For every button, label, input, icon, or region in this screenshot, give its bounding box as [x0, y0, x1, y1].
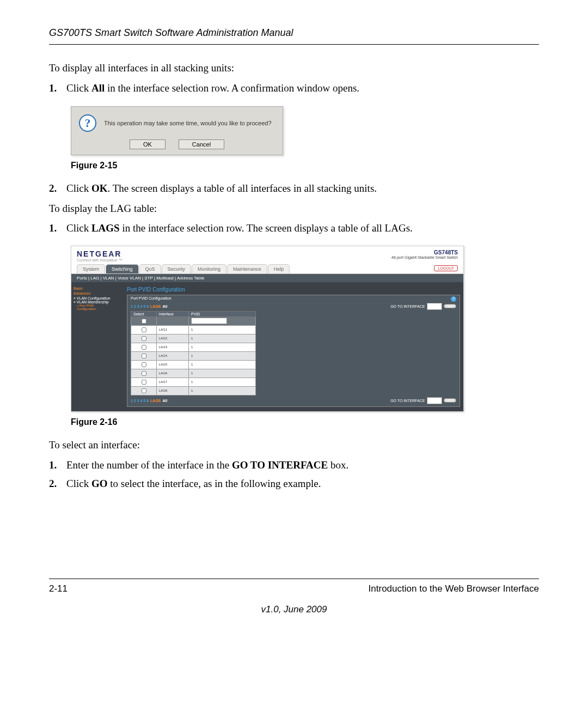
row-checkbox[interactable] — [142, 327, 146, 332]
step-text: Click OK. The screen displays a table of… — [66, 181, 539, 196]
table-row: LAG61 — [131, 369, 256, 378]
step-text: Click All in the interface selection row… — [66, 81, 539, 96]
table-row: LAG31 — [131, 343, 256, 351]
intro-p2: To display the LAG table: — [49, 202, 539, 216]
cancel-button[interactable]: Cancel — [179, 139, 224, 149]
logout-button[interactable]: LOGOUT — [434, 265, 458, 271]
sidebar-vlan-membership[interactable]: » VLAN Membership — [74, 300, 121, 304]
tab-monitoring[interactable]: Monitoring — [192, 264, 226, 273]
row-checkbox[interactable] — [142, 345, 146, 350]
step-num: 1. — [49, 458, 66, 473]
netgear-logo: NETGEAR — [77, 249, 122, 258]
goto-label-bottom: GO TO INTERFACE — [390, 399, 425, 403]
confirmation-dialog: ? This operation may take some time, wou… — [71, 106, 539, 155]
figure-caption-15: Figure 2-15 — [71, 161, 539, 171]
row-checkbox[interactable] — [142, 354, 146, 358]
step-text: Click LAGS in the interface selection ro… — [66, 221, 539, 236]
step-num: 1. — [49, 221, 66, 236]
tab-security[interactable]: Security — [162, 264, 192, 273]
row-checkbox[interactable] — [142, 380, 146, 385]
doc-header: GS700TS Smart Switch Software Administra… — [49, 27, 539, 45]
tab-maintenance[interactable]: Maintenance — [227, 264, 267, 273]
section-title: Introduction to the Web Browser Interfac… — [369, 583, 539, 594]
pvid-input-all[interactable] — [191, 318, 227, 324]
table-row: LAG21 — [131, 334, 256, 343]
step-num: 2. — [49, 181, 66, 196]
dialog-message: This operation may take some time, would… — [104, 120, 275, 126]
tab-qos[interactable]: QoS — [139, 264, 161, 273]
tab-system[interactable]: System — [77, 264, 105, 273]
row-checkbox[interactable] — [142, 362, 146, 367]
goto-label: GO TO INTERFACE — [390, 305, 425, 308]
sidebar-port-pvid[interactable]: » Port PVIDConfiguration — [77, 304, 121, 311]
panel-title: Port PVID Configuration — [131, 296, 171, 302]
logo-tagline: Connect with Innovation ™ — [77, 258, 122, 262]
sidebar-vlan-configuration[interactable]: » VLAN Configuration — [74, 296, 121, 300]
step-text: Click GO to select the interface, as in … — [66, 477, 539, 491]
unit-selector-bottom[interactable]: 1 2 3 4 5 6 LAGS All — [131, 399, 168, 403]
sidebar-basic[interactable]: Basic — [74, 287, 121, 290]
tab-switching[interactable]: Switching — [106, 264, 139, 273]
intro-p1: To display all interfaces in all stackin… — [49, 61, 539, 76]
ok-button[interactable]: OK — [130, 139, 166, 149]
sidebar: Basic Advanced » VLAN Configuration » VL… — [71, 282, 124, 411]
figure-caption-16: Figure 2-16 — [71, 417, 539, 427]
col-interface: Interface — [156, 311, 188, 317]
netgear-screenshot: NETGEAR Connect with Innovation ™ GS748T… — [71, 246, 464, 412]
lag-table: Select Interface PVID LAG11 LAG21 LAG31 — [131, 311, 256, 395]
tab-help[interactable]: Help — [268, 264, 290, 273]
table-row: LAG81 — [131, 386, 256, 395]
table-row: LAG41 — [131, 351, 256, 360]
doc-version: v1.0, June 2009 — [49, 604, 539, 615]
table-row: LAG71 — [131, 378, 256, 386]
go-button-bottom[interactable]: GO — [444, 398, 456, 403]
unit-selector[interactable]: 1 2 3 4 5 6 LAGS All — [131, 305, 168, 308]
question-icon: ? — [79, 114, 96, 132]
goto-interface-input[interactable] — [427, 303, 442, 310]
content-title: Port PVID Configuration — [127, 287, 460, 293]
step-num: 2. — [49, 477, 66, 491]
step-text: Enter the number of the interface in the… — [66, 458, 539, 473]
select-all-checkbox[interactable] — [142, 319, 146, 324]
go-button[interactable]: GO — [444, 304, 456, 308]
col-pvid: PVID — [189, 311, 256, 317]
help-icon[interactable]: ? — [451, 296, 456, 302]
row-checkbox[interactable] — [142, 336, 146, 341]
row-checkbox[interactable] — [142, 371, 146, 376]
sidebar-advanced[interactable]: Advanced — [74, 291, 121, 295]
intro-p3: To select an interface: — [49, 438, 539, 453]
page-number: 2-11 — [49, 583, 68, 594]
model-subtitle: 48-port Gigabit Stackable Smart Switch — [391, 255, 458, 259]
subtabs[interactable]: Ports | LAG | VLAN | Voice VLAN | STP | … — [71, 274, 463, 282]
goto-interface-input-bottom[interactable] — [427, 397, 442, 404]
row-checkbox[interactable] — [142, 388, 146, 393]
step-num: 1. — [49, 81, 66, 96]
table-row: LAG51 — [131, 360, 256, 369]
table-row: LAG11 — [131, 325, 256, 334]
model-name: GS748TS — [391, 249, 458, 255]
col-select: Select — [131, 311, 157, 317]
